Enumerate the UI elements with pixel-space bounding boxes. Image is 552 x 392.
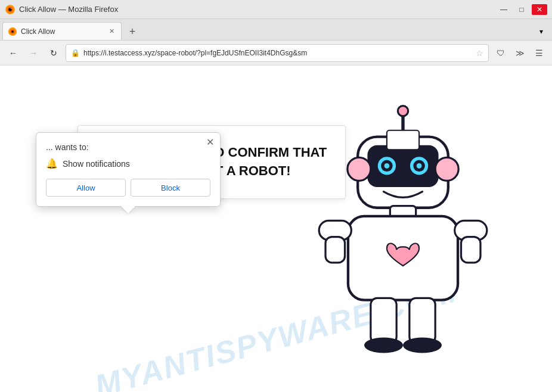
title-bar: Click Allow — Mozilla Firefox — □ ✕ <box>0 0 552 19</box>
new-tab-button[interactable]: + <box>124 23 141 40</box>
nav-right-icons: 🛡 ≫ ☰ <box>492 45 547 61</box>
tab-favicon <box>8 27 17 36</box>
svg-point-16 <box>417 163 422 169</box>
allow-button[interactable]: Allow <box>46 179 126 197</box>
close-button[interactable]: ✕ <box>532 4 547 15</box>
svg-point-28 <box>364 338 403 353</box>
block-button[interactable]: Block <box>131 179 210 197</box>
svg-point-3 <box>10 8 12 9</box>
security-shield-icon: 🔒 <box>71 49 80 57</box>
tab-close-button[interactable]: ✕ <box>107 27 116 36</box>
notification-popup: ✕ ... wants to: 🔔 Show notifications All… <box>36 132 221 207</box>
back-button[interactable]: ← <box>5 45 21 61</box>
svg-point-6 <box>11 30 14 33</box>
minimize-button[interactable]: — <box>496 4 511 15</box>
extensions-button[interactable]: ≫ <box>511 45 528 61</box>
popup-wants-to-text: ... wants to: <box>46 142 210 152</box>
title-bar-controls: — □ ✕ <box>496 4 547 15</box>
tab-list-chevron[interactable]: ▾ <box>533 23 550 40</box>
menu-button[interactable]: ☰ <box>531 45 547 61</box>
popup-close-button[interactable]: ✕ <box>206 138 214 147</box>
forward-button[interactable]: → <box>25 45 42 61</box>
browser-title: Click Allow — Mozilla Firefox <box>19 5 118 14</box>
popup-buttons: Allow Block <box>46 179 210 197</box>
active-tab[interactable]: Click Allow ✕ <box>2 22 122 40</box>
address-bar[interactable]: 🔒 https://i.testaccess.xyz/space-robot/?… <box>66 44 489 62</box>
firefox-icon <box>5 4 15 15</box>
title-bar-left: Click Allow — Mozilla Firefox <box>5 4 118 15</box>
svg-rect-26 <box>371 298 396 343</box>
svg-rect-25 <box>461 237 481 263</box>
reload-button[interactable]: ↻ <box>45 45 62 61</box>
tab-bar: Click Allow ✕ + ▾ <box>0 19 552 41</box>
bookmark-star-icon[interactable]: ☆ <box>476 48 483 58</box>
svg-rect-27 <box>410 298 435 343</box>
svg-point-29 <box>403 338 442 353</box>
svg-point-13 <box>384 163 390 169</box>
svg-point-18 <box>435 157 458 181</box>
svg-rect-23 <box>325 237 345 263</box>
bell-icon: 🔔 <box>46 158 58 169</box>
tab-title: Click Allow <box>21 27 103 36</box>
svg-rect-21 <box>387 130 419 150</box>
shield-button[interactable]: 🛡 <box>492 45 509 61</box>
page-content: MYANTISPYWARE.COM <box>0 66 552 392</box>
svg-point-17 <box>348 157 371 181</box>
maximize-button[interactable]: □ <box>514 4 529 15</box>
popup-permission-row: 🔔 Show notifications <box>46 158 210 169</box>
svg-point-8 <box>398 106 408 116</box>
address-text: https://i.testaccess.xyz/space-robot/?pl… <box>83 49 472 57</box>
popup-permission-label: Show notifications <box>63 159 130 169</box>
nav-bar: ← → ↻ 🔒 https://i.testaccess.xyz/space-r… <box>0 41 552 66</box>
browser-window: Click Allow — Mozilla Firefox — □ ✕ Clic… <box>0 0 552 392</box>
